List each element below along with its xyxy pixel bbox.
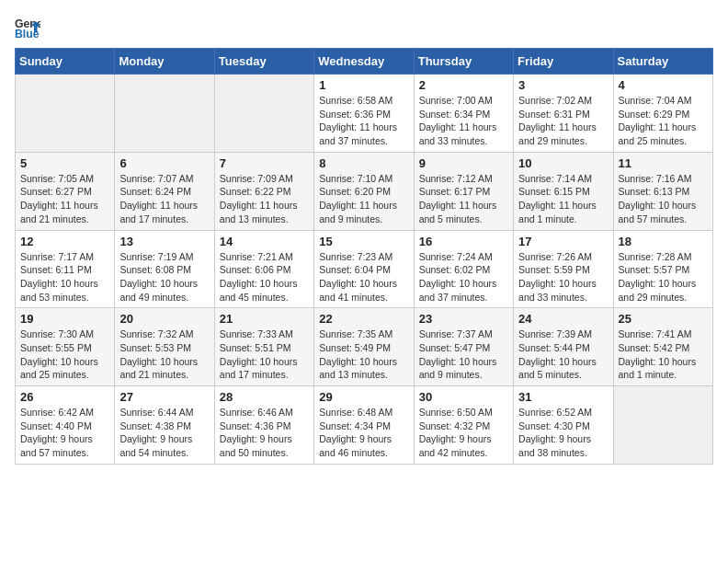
day-info: Sunrise: 7:23 AM Sunset: 6:04 PM Dayligh… <box>319 250 408 304</box>
calendar-day-17: 17Sunrise: 7:26 AM Sunset: 5:59 PM Dayli… <box>514 230 613 308</box>
day-info: Sunrise: 6:46 AM Sunset: 4:36 PM Dayligh… <box>220 406 309 460</box>
day-number: 12 <box>20 235 109 248</box>
calendar-day-19: 19Sunrise: 7:30 AM Sunset: 5:55 PM Dayli… <box>16 308 115 386</box>
day-number: 29 <box>319 390 408 404</box>
calendar-table: SundayMondayTuesdayWednesdayThursdayFrid… <box>15 48 713 465</box>
calendar-day-16: 16Sunrise: 7:24 AM Sunset: 6:02 PM Dayli… <box>414 230 513 308</box>
calendar-day-2: 2Sunrise: 7:00 AM Sunset: 6:34 PM Daylig… <box>414 75 513 153</box>
calendar-day-24: 24Sunrise: 7:39 AM Sunset: 5:44 PM Dayli… <box>514 308 613 386</box>
day-info: Sunrise: 7:30 AM Sunset: 5:55 PM Dayligh… <box>20 327 109 382</box>
calendar-empty-cell <box>16 75 115 153</box>
day-info: Sunrise: 7:05 AM Sunset: 6:27 PM Dayligh… <box>20 172 109 226</box>
day-info: Sunrise: 6:58 AM Sunset: 6:36 PM Dayligh… <box>319 94 408 148</box>
day-info: Sunrise: 7:04 AM Sunset: 6:29 PM Dayligh… <box>619 94 708 148</box>
calendar-day-22: 22Sunrise: 7:35 AM Sunset: 5:49 PM Dayli… <box>314 308 414 386</box>
day-number: 20 <box>119 312 209 326</box>
calendar-week-row: 12Sunrise: 7:17 AM Sunset: 6:11 PM Dayli… <box>16 230 713 308</box>
day-number: 6 <box>119 156 209 170</box>
day-info: Sunrise: 7:37 AM Sunset: 5:47 PM Dayligh… <box>419 327 508 382</box>
day-number: 11 <box>619 156 708 170</box>
day-info: Sunrise: 7:00 AM Sunset: 6:34 PM Dayligh… <box>419 94 508 148</box>
day-number: 10 <box>518 156 608 170</box>
day-info: Sunrise: 7:24 AM Sunset: 6:02 PM Dayligh… <box>419 250 508 304</box>
calendar-header-row: SundayMondayTuesdayWednesdayThursdayFrid… <box>16 49 713 75</box>
day-info: Sunrise: 7:33 AM Sunset: 5:51 PM Dayligh… <box>220 327 309 382</box>
day-number: 27 <box>119 390 209 404</box>
day-number: 15 <box>319 235 408 248</box>
day-info: Sunrise: 7:39 AM Sunset: 5:44 PM Dayligh… <box>518 327 608 382</box>
day-number: 31 <box>518 390 608 404</box>
calendar-day-15: 15Sunrise: 7:23 AM Sunset: 6:04 PM Dayli… <box>314 230 414 308</box>
day-info: Sunrise: 7:07 AM Sunset: 6:24 PM Dayligh… <box>119 172 209 226</box>
day-number: 14 <box>220 235 309 248</box>
day-info: Sunrise: 6:48 AM Sunset: 4:34 PM Dayligh… <box>319 406 408 460</box>
day-info: Sunrise: 7:35 AM Sunset: 5:49 PM Dayligh… <box>319 327 408 382</box>
day-info: Sunrise: 7:02 AM Sunset: 6:31 PM Dayligh… <box>518 94 608 148</box>
calendar-day-23: 23Sunrise: 7:37 AM Sunset: 5:47 PM Dayli… <box>414 308 513 386</box>
calendar-week-row: 26Sunrise: 6:42 AM Sunset: 4:40 PM Dayli… <box>16 386 713 465</box>
calendar-day-14: 14Sunrise: 7:21 AM Sunset: 6:06 PM Dayli… <box>214 230 313 308</box>
day-info: Sunrise: 7:32 AM Sunset: 5:53 PM Dayligh… <box>119 327 209 382</box>
day-info: Sunrise: 7:16 AM Sunset: 6:13 PM Dayligh… <box>619 172 708 226</box>
calendar-day-11: 11Sunrise: 7:16 AM Sunset: 6:13 PM Dayli… <box>613 152 712 230</box>
calendar-day-12: 12Sunrise: 7:17 AM Sunset: 6:11 PM Dayli… <box>16 230 115 308</box>
day-info: Sunrise: 7:41 AM Sunset: 5:42 PM Dayligh… <box>619 327 708 382</box>
day-header-saturday: Saturday <box>613 49 712 75</box>
day-number: 28 <box>220 390 309 404</box>
calendar-day-8: 8Sunrise: 7:10 AM Sunset: 6:20 PM Daylig… <box>314 152 414 230</box>
day-number: 22 <box>319 312 408 326</box>
day-number: 19 <box>20 312 109 326</box>
calendar-day-13: 13Sunrise: 7:19 AM Sunset: 6:08 PM Dayli… <box>115 230 214 308</box>
calendar-empty-cell <box>115 75 214 153</box>
day-header-thursday: Thursday <box>414 49 513 75</box>
day-number: 16 <box>419 235 508 248</box>
day-header-friday: Friday <box>514 49 613 75</box>
calendar-empty-cell <box>214 75 313 153</box>
day-number: 2 <box>419 78 508 92</box>
calendar-empty-cell <box>613 386 712 465</box>
day-number: 30 <box>419 390 508 404</box>
day-info: Sunrise: 6:52 AM Sunset: 4:30 PM Dayligh… <box>518 406 608 460</box>
calendar-day-28: 28Sunrise: 6:46 AM Sunset: 4:36 PM Dayli… <box>214 386 313 465</box>
day-number: 1 <box>319 78 408 92</box>
calendar-day-6: 6Sunrise: 7:07 AM Sunset: 6:24 PM Daylig… <box>115 152 214 230</box>
calendar-day-3: 3Sunrise: 7:02 AM Sunset: 6:31 PM Daylig… <box>514 75 613 153</box>
day-header-sunday: Sunday <box>16 49 115 75</box>
calendar-day-5: 5Sunrise: 7:05 AM Sunset: 6:27 PM Daylig… <box>16 152 115 230</box>
calendar-day-29: 29Sunrise: 6:48 AM Sunset: 4:34 PM Dayli… <box>314 386 414 465</box>
day-number: 18 <box>619 235 708 248</box>
calendar-day-9: 9Sunrise: 7:12 AM Sunset: 6:17 PM Daylig… <box>414 152 513 230</box>
day-info: Sunrise: 7:26 AM Sunset: 5:59 PM Dayligh… <box>518 250 608 304</box>
day-header-monday: Monday <box>115 49 214 75</box>
calendar-day-21: 21Sunrise: 7:33 AM Sunset: 5:51 PM Dayli… <box>214 308 313 386</box>
day-number: 23 <box>419 312 508 326</box>
calendar-week-row: 1Sunrise: 6:58 AM Sunset: 6:36 PM Daylig… <box>16 75 713 153</box>
calendar-day-10: 10Sunrise: 7:14 AM Sunset: 6:15 PM Dayli… <box>514 152 613 230</box>
day-info: Sunrise: 7:12 AM Sunset: 6:17 PM Dayligh… <box>419 172 508 226</box>
day-info: Sunrise: 7:19 AM Sunset: 6:08 PM Dayligh… <box>119 250 209 304</box>
calendar-day-18: 18Sunrise: 7:28 AM Sunset: 5:57 PM Dayli… <box>613 230 712 308</box>
calendar-day-1: 1Sunrise: 6:58 AM Sunset: 6:36 PM Daylig… <box>314 75 414 153</box>
day-info: Sunrise: 7:10 AM Sunset: 6:20 PM Dayligh… <box>319 172 408 226</box>
day-info: Sunrise: 6:44 AM Sunset: 4:38 PM Dayligh… <box>119 406 209 460</box>
logo: General Blue <box>15 15 44 40</box>
day-number: 25 <box>619 312 708 326</box>
day-info: Sunrise: 6:42 AM Sunset: 4:40 PM Dayligh… <box>20 406 109 460</box>
calendar-day-20: 20Sunrise: 7:32 AM Sunset: 5:53 PM Dayli… <box>115 308 214 386</box>
calendar-day-27: 27Sunrise: 6:44 AM Sunset: 4:38 PM Dayli… <box>115 386 214 465</box>
calendar-day-25: 25Sunrise: 7:41 AM Sunset: 5:42 PM Dayli… <box>613 308 712 386</box>
day-number: 3 <box>518 78 608 92</box>
day-number: 24 <box>518 312 608 326</box>
calendar-day-4: 4Sunrise: 7:04 AM Sunset: 6:29 PM Daylig… <box>613 75 712 153</box>
day-number: 5 <box>20 156 109 170</box>
calendar-day-30: 30Sunrise: 6:50 AM Sunset: 4:32 PM Dayli… <box>414 386 513 465</box>
day-number: 4 <box>619 78 708 92</box>
logo-icon: General Blue <box>15 15 40 40</box>
day-header-wednesday: Wednesday <box>314 49 414 75</box>
day-info: Sunrise: 7:17 AM Sunset: 6:11 PM Dayligh… <box>20 250 109 304</box>
day-header-tuesday: Tuesday <box>214 49 313 75</box>
day-info: Sunrise: 7:21 AM Sunset: 6:06 PM Dayligh… <box>220 250 309 304</box>
calendar-week-row: 5Sunrise: 7:05 AM Sunset: 6:27 PM Daylig… <box>16 152 713 230</box>
day-info: Sunrise: 7:14 AM Sunset: 6:15 PM Dayligh… <box>518 172 608 226</box>
page-header: General Blue <box>15 15 713 40</box>
